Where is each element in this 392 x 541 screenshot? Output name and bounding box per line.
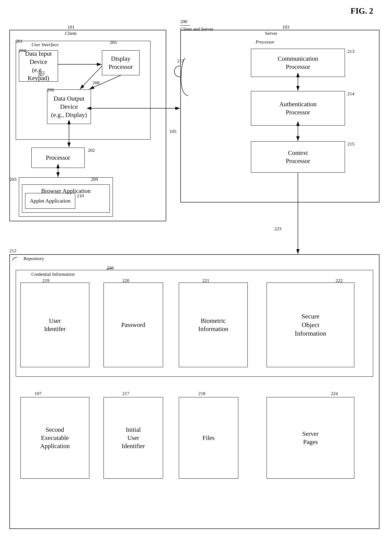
label-200: 200 — [180, 19, 187, 24]
label-224: 224 — [331, 391, 338, 396]
label-223: 223 — [275, 226, 281, 231]
ctx-proc-box: Context Processor — [251, 141, 345, 173]
label-210: 210 — [77, 193, 84, 198]
applet-app-box: Applet Application — [25, 193, 75, 209]
comm-proc-box: Communication Processor — [251, 49, 345, 77]
label-103: 103 — [282, 24, 289, 30]
label-201: 201 — [16, 38, 23, 44]
user-id-box: User Identifer — [20, 282, 89, 367]
password-text: Password — [104, 283, 163, 367]
label-218: 218 — [198, 391, 205, 396]
server-pages-text: Server Pages — [267, 397, 354, 478]
label-203: 203 — [9, 177, 16, 182]
comm-proc-text: Communication Processor — [251, 49, 345, 77]
display-processor-box: Display Processor — [102, 50, 140, 75]
label-101: 101 — [67, 24, 75, 30]
second-exec-text: Second Executable Application — [21, 397, 89, 478]
label-222: 222 — [336, 278, 343, 283]
second-exec-box: Second Executable Application — [20, 397, 89, 479]
cred-label: Credential Information — [31, 271, 75, 277]
ui-label: User Interface — [31, 42, 59, 47]
initial-user-box: Initial User Identifier — [103, 397, 163, 479]
secure-obj-box: Secure Object Information — [267, 282, 354, 367]
label-216: 216 — [107, 265, 114, 270]
label-server-proc: Processor — [256, 39, 275, 45]
label-221: 221 — [202, 278, 209, 283]
fig-title: FIG. 2 — [351, 6, 373, 16]
client-processor-box: Processor — [31, 147, 85, 168]
label-215: 215 — [347, 141, 354, 147]
label-202: 202 — [88, 147, 95, 153]
ctx-proc-text: Context Processor — [251, 141, 345, 172]
label-213: 213 — [347, 49, 354, 54]
display-processor-text: Display Processor — [102, 51, 139, 75]
data-output-box: Data Output Device (e.g., Display) — [47, 89, 91, 124]
label-212: 212 — [9, 248, 16, 253]
label-219: 219 — [42, 278, 49, 283]
files-text: Files — [179, 397, 238, 478]
server-pages-box: Server Pages — [267, 397, 354, 479]
label-209: 209 — [91, 177, 98, 182]
label-214: 214 — [347, 91, 354, 96]
user-id-text: User Identifer — [21, 283, 89, 367]
auth-proc-text: Authentication Processor — [251, 91, 345, 125]
label-204: 204 — [19, 48, 26, 53]
password-box: Password — [103, 282, 163, 367]
label-217: 217 — [122, 391, 129, 396]
label-server: Server — [265, 31, 277, 36]
label-220: 220 — [122, 278, 129, 283]
client-processor-text: Processor — [32, 148, 84, 168]
files-box: Files — [179, 397, 238, 479]
label-206: 206 — [47, 87, 54, 93]
auth-proc-box: Authentication Processor — [251, 91, 345, 125]
label-205: 205 — [110, 40, 117, 45]
label-107: 107 — [35, 391, 41, 396]
label-207: 207 — [38, 72, 45, 78]
label-105: 105 — [169, 129, 176, 134]
initial-user-text: Initial User Identifier — [104, 397, 163, 478]
applet-app-text: Applet Application — [25, 193, 75, 208]
label-211: 211 — [177, 58, 184, 63]
label-208: 208 — [92, 80, 100, 85]
data-output-text: Data Output Device (e.g., Display) — [47, 90, 91, 124]
biometric-box: Biometric Information — [179, 282, 248, 367]
biometric-text: Biometric Information — [179, 283, 247, 367]
label-200-underline — [180, 25, 190, 26]
repo-label: Repository — [24, 256, 44, 261]
secure-obj-text: Secure Object Information — [267, 283, 354, 367]
